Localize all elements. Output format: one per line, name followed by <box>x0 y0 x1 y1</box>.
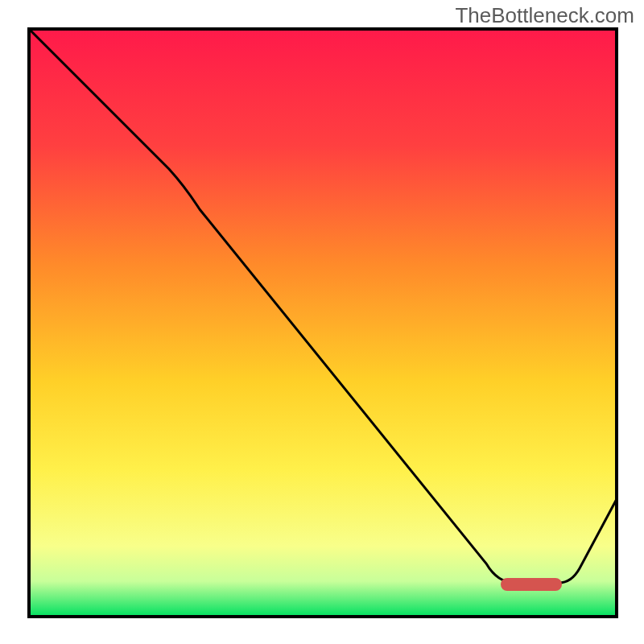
chart-container: TheBottleneck.com <box>0 0 644 644</box>
bottleneck-chart <box>0 0 644 644</box>
optimal-range-marker <box>501 578 562 591</box>
watermark-text: TheBottleneck.com <box>455 3 634 28</box>
